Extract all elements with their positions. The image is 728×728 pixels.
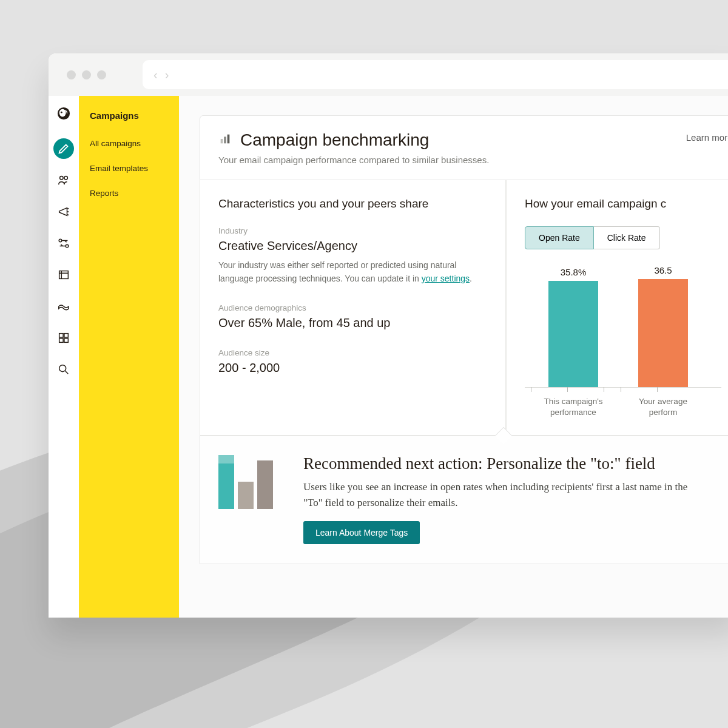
bar-this-campaign: [548, 281, 598, 387]
svg-rect-11: [64, 339, 68, 342]
svg-point-6: [66, 244, 69, 248]
x-label: This campaign's performance: [543, 396, 604, 418]
demographics-label: Audience demographics: [218, 303, 487, 312]
audience-size-value: 200 - 2,000: [218, 361, 487, 375]
industry-value: Creative Services/Agency: [218, 239, 487, 253]
metric-tabs: Open Rate Click Rate: [525, 226, 721, 249]
nav-search-icon[interactable]: [53, 359, 74, 380]
x-label: Your average perform: [633, 396, 693, 418]
svg-point-12: [59, 365, 66, 372]
industry-description: Your industry was either self reported o…: [218, 259, 487, 285]
audience-size-label: Audience size: [218, 348, 487, 357]
main-content: Campaign benchmarking Your email campaig…: [179, 96, 728, 618]
reco-body: Users like you see an increase in open r…: [303, 479, 692, 510]
benchmark-bar-chart: 35.8% 36.5: [525, 266, 721, 418]
nav-automations-icon[interactable]: [53, 233, 74, 254]
submenu-title: Campaigns: [90, 110, 168, 121]
window-dot[interactable]: [97, 70, 106, 79]
characteristics-title: Characteristics you and your peers share: [218, 197, 487, 211]
industry-label: Industry: [218, 226, 487, 235]
back-icon[interactable]: ‹: [153, 68, 158, 82]
svg-rect-13: [221, 139, 223, 143]
brand-logo-icon[interactable]: [53, 103, 74, 124]
svg-rect-15: [228, 135, 230, 144]
your-settings-link[interactable]: your settings: [422, 274, 470, 283]
demographics-value: Over 65% Male, from 45 and up: [218, 316, 487, 330]
bar-your-average: [638, 279, 688, 387]
svg-point-1: [59, 109, 66, 117]
window-dot[interactable]: [82, 70, 91, 79]
submenu-item-reports[interactable]: Reports: [90, 189, 168, 198]
svg-point-5: [59, 239, 62, 242]
svg-point-2: [61, 112, 62, 113]
reco-title: Recommended next action: Personalize the…: [303, 454, 692, 473]
nav-integrations-icon[interactable]: [53, 328, 74, 348]
browser-titlebar: ‹ ›: [49, 53, 728, 96]
characteristics-panel: Characteristics you and your peers share…: [200, 180, 506, 436]
nav-campaigns-icon[interactable]: [53, 201, 74, 222]
svg-point-3: [60, 177, 64, 180]
svg-point-4: [64, 177, 68, 180]
forward-icon[interactable]: ›: [165, 68, 169, 82]
page-subtitle: Your email campaign performance compared…: [218, 155, 721, 165]
page-header-card: Campaign benchmarking Your email campaig…: [200, 115, 728, 180]
comparison-panel: How your email campaign c Open Rate Clic…: [506, 180, 728, 436]
chart-axis-ticks: [525, 387, 721, 392]
learn-merge-tags-button[interactable]: Learn About Merge Tags: [303, 521, 420, 544]
address-bar[interactable]: ‹ ›: [143, 60, 728, 89]
bar-value-label: 36.5: [654, 265, 672, 275]
bar-value-label: 35.8%: [561, 267, 587, 277]
nav-audience-icon[interactable]: [53, 170, 74, 190]
submenu-item-email-templates[interactable]: Email templates: [90, 164, 168, 173]
chart-x-labels: This campaign's performance Your average…: [525, 396, 721, 418]
recommendation-card: Recommended next action: Personalize the…: [200, 436, 728, 564]
svg-rect-10: [59, 339, 63, 342]
reco-chart-icon: [218, 454, 281, 544]
comparison-title: How your email campaign c: [525, 197, 721, 211]
browser-window: ‹ ›: [49, 53, 728, 618]
chart-icon: [218, 132, 232, 148]
window-controls: [67, 70, 106, 79]
sidebar-submenu: Campaigns All campaigns Email templates …: [79, 96, 179, 618]
nav-rail: [49, 96, 79, 618]
nav-content-icon[interactable]: [53, 296, 74, 317]
svg-rect-8: [59, 334, 63, 337]
tab-open-rate[interactable]: Open Rate: [525, 226, 594, 249]
svg-rect-7: [59, 271, 69, 279]
page-title: Campaign benchmarking: [240, 130, 429, 150]
nav-website-icon[interactable]: [53, 265, 74, 285]
window-dot[interactable]: [67, 70, 76, 79]
svg-rect-9: [64, 334, 68, 337]
tab-click-rate[interactable]: Click Rate: [594, 226, 660, 249]
nav-create-icon[interactable]: [53, 138, 74, 159]
submenu-item-all-campaigns[interactable]: All campaigns: [90, 139, 168, 148]
learn-more-link[interactable]: Learn more a: [686, 132, 728, 143]
svg-rect-14: [224, 136, 226, 143]
